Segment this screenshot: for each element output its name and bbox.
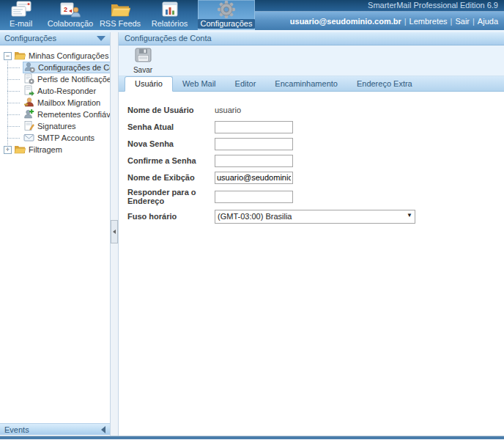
nav-colaboracao-label: Colaboração [48,19,93,29]
current-password-field[interactable] [215,121,293,133]
folder-open-icon [14,51,26,62]
tree-item-label: SMTP Accounts [37,133,94,142]
events-panel-toggle[interactable]: Events [0,423,110,435]
timezone-select-wrap: (GMT-03:00) Brasilia [215,209,415,224]
tab-endereco-extra[interactable]: Endereço Extra [347,77,422,91]
nav-configuracoes-label: Configurações [198,19,256,29]
folder-icon [14,144,26,155]
display-name-row: Nome de Exibção [127,171,504,184]
username-row: Nome de Usuário usuario [127,103,504,117]
calendar-person-icon: 2 [60,0,81,19]
settings-tree: − Minhas Configurações [0,45,110,423]
tree-item-smtp-accounts[interactable]: SMTP Accounts [4,132,110,144]
toolbar: Savar [119,45,504,76]
tree-item-label: Mailbox Migration [37,98,100,107]
sidebar-header: Configurações [0,32,110,45]
username-value: usuario [215,106,241,114]
panel-splitter[interactable] [110,32,119,436]
collapse-left-icon [101,426,105,433]
tree-item-label: Remetentes Confiáveis [37,110,110,119]
bottom-border-strip [0,436,504,440]
tab-content-usuario: Nome de Usuário usuario Senha Atual Nova… [119,92,504,436]
main-header-title: Configurações de Conta [119,32,504,45]
svg-text:2: 2 [64,6,67,13]
nav-email-button[interactable]: E-mail [0,0,42,30]
chevron-down-icon[interactable] [97,36,105,41]
nav-relatorios-button[interactable]: Relatórios [141,0,198,30]
display-name-label: Nome de Exibção [127,173,215,182]
tree-item-auto-responder[interactable]: Auto-Responder [4,85,110,97]
user-email: usuario@seudominio.com.br [290,17,401,26]
current-password-label: Senha Atual [127,122,215,131]
tree-item-remetentes-confiaveis[interactable]: Remetentes Confiáveis [4,109,110,120]
envelope-icon [23,132,34,144]
app-title: SmarterMail Professional Edition 6.9 [255,0,504,11]
person-plus-icon [23,109,34,121]
main-panel: Configurações de Conta Savar [119,32,504,436]
tab-encaminhamento[interactable]: Encaminhamento [265,77,347,91]
new-password-field[interactable] [215,138,293,150]
lembretes-link[interactable]: Lembretes [410,17,448,26]
top-navigation-bar: E-mail 2 Colaboração [0,0,504,30]
display-name-field[interactable] [215,172,293,184]
mail-icon [10,0,32,19]
tree-item-label: Perfis de Notificações [37,75,110,84]
sidebar: Configurações − Minhas Configurações [0,32,110,436]
tree-item-label: Configurações de Conta [38,63,110,72]
person-gear-icon [24,62,35,74]
tree-item-configuracoes-de-conta[interactable]: Configurações de Conta [4,62,110,73]
tree-item-label: Signatures [37,122,76,131]
expand-toggle-icon[interactable]: + [4,146,12,154]
new-password-row: Nova Senha [127,137,504,150]
tree-root2-label: Filtragem [29,145,62,154]
reply-to-row: Responder para o Endereço [127,188,504,205]
page-pencil-icon [23,120,34,133]
current-password-row: Senha Atual [127,120,504,133]
nav-rssfeeds-label: RSS Feeds [100,19,141,29]
nav-email-label: E-mail [10,19,32,29]
tab-usuario[interactable]: Usuário [125,76,173,92]
nav-configuracoes-button[interactable]: Configurações [198,0,255,30]
tab-editor[interactable]: Editor [226,77,266,91]
tree-item-perfis-de-notificacoes[interactable]: Perfis de Notificações [4,73,110,85]
tree-item-signatures[interactable]: Signatures [4,120,110,132]
username-label: Nome de Usuário [127,106,215,114]
floppy-disk-icon [135,52,152,65]
page-arrow-icon [23,85,34,98]
tree-root-filtragem[interactable]: + Filtragem [4,144,110,155]
tree-root-minhas-configuracoes[interactable]: − Minhas Configurações [4,50,110,62]
confirm-password-label: Confirme a Senha [127,156,215,165]
confirm-password-row: Confirme a Senha [127,154,504,167]
events-label: Events [4,425,29,434]
tree-item-label: Auto-Responder [37,87,96,95]
splitter-handle[interactable] [111,220,118,243]
tree-children: Configurações de Conta [4,62,110,144]
nav-rssfeeds-button[interactable]: RSS Feeds [99,0,141,30]
collapse-left-icon [113,230,116,234]
page-gear-icon [23,73,34,86]
sair-link[interactable]: Sair [455,17,470,26]
nav-colaboracao-button[interactable]: 2 Colaboração [42,0,99,30]
save-button[interactable]: Savar [126,48,160,74]
tab-bar: Usuário Web Mail Editor Encaminhamento E… [119,76,504,92]
reply-to-field[interactable] [215,191,293,203]
save-button-label: Savar [126,66,160,74]
confirm-password-field[interactable] [215,155,293,167]
smartermail-app: E-mail 2 Colaboração [0,0,504,440]
body-row: Configurações − Minhas Configurações [0,30,504,436]
folder-icon [110,0,130,19]
reply-to-label: Responder para o Endereço [127,188,215,205]
chart-window-icon [160,0,179,19]
timezone-select[interactable]: (GMT-03:00) Brasilia [215,210,415,224]
ajuda-link[interactable]: Ajuda [478,17,498,26]
user-info-bar: usuario@seudominio.com.br | Lembretes | … [255,11,504,30]
tab-web-mail[interactable]: Web Mail [173,77,226,91]
collapse-toggle-icon[interactable]: − [4,52,12,60]
tree-item-mailbox-migration[interactable]: Mailbox Migration [4,97,110,109]
timezone-label: Fuso horário [127,212,215,221]
sidebar-header-title: Configurações [4,32,56,45]
timezone-row: Fuso horário (GMT-03:00) Brasilia [127,209,504,224]
new-password-label: Nova Senha [127,139,215,148]
person-red-icon [23,97,34,109]
nav-relatorios-label: Relatórios [152,19,188,29]
